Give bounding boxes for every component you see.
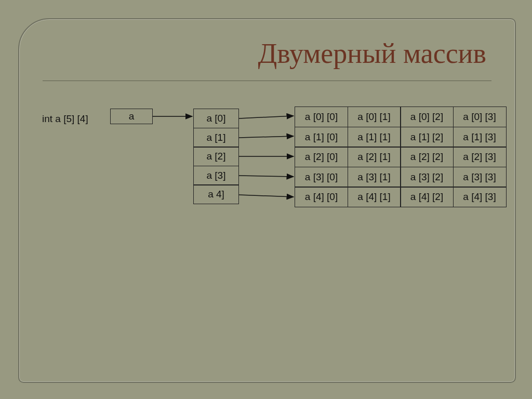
arrow-icon [239, 195, 294, 197]
grid-row: a [1] [0] a [1] [1] a [1] [2] a [1] [3] [295, 127, 506, 147]
title-underline [43, 81, 491, 81]
grid-cell: a [1] [1] [348, 127, 401, 148]
array-declaration: int a [5] [4] [42, 113, 88, 125]
pointer-cell: a [3] [193, 166, 239, 185]
pointer-cell: a [0] [193, 109, 239, 128]
slide-title: Двумерный массив [258, 37, 486, 70]
data-grid: a [0] [0] a [0] [1] a [0] [2] a [0] [3] … [295, 107, 506, 207]
arrow-icon [239, 176, 294, 177]
root-array-box: a [110, 109, 153, 124]
grid-cell: a [2] [0] [295, 147, 348, 167]
grid-cell: a [1] [2] [400, 127, 454, 148]
arrow-icon [239, 116, 294, 118]
slide-panel: Двумерный массив int a [5] [4] a a [0] a… [18, 18, 516, 383]
grid-cell: a [2] [2] [400, 147, 454, 167]
slide: Двумерный массив int a [5] [4] a a [0] a… [0, 0, 532, 399]
arrow-icon [239, 136, 294, 138]
grid-cell: a [3] [0] [295, 167, 348, 188]
grid-row: a [3] [0] a [3] [1] a [3] [2] a [3] [3] [295, 167, 506, 187]
grid-cell: a [4] [2] [400, 187, 454, 207]
grid-cell: a [4] [3] [453, 187, 507, 207]
grid-row: a [0] [0] a [0] [1] a [0] [2] a [0] [3] [295, 107, 506, 127]
grid-cell: a [0] [1] [348, 107, 401, 127]
pointer-cell: a [1] [193, 128, 239, 148]
pointer-cell: a [2] [193, 147, 239, 166]
grid-cell: a [3] [2] [400, 167, 454, 188]
grid-cell: a [2] [3] [453, 147, 507, 167]
grid-cell: a [0] [2] [400, 107, 454, 127]
pointer-column: a [0] a [1] a [2] a [3] a 4] [193, 109, 239, 204]
grid-row: a [4] [0] a [4] [1] a [4] [2] a [4] [3] [295, 187, 506, 207]
grid-row: a [2] [0] a [2] [1] a [2] [2] a [2] [3] [295, 147, 506, 167]
grid-cell: a [2] [1] [348, 147, 401, 167]
grid-cell: a [4] [0] [295, 187, 348, 207]
grid-cell: a [0] [0] [295, 107, 348, 127]
grid-cell: a [3] [1] [348, 167, 401, 188]
grid-cell: a [1] [0] [295, 127, 348, 148]
grid-cell: a [4] [1] [348, 187, 401, 207]
grid-cell: a [3] [3] [453, 167, 507, 188]
pointer-cell: a 4] [193, 184, 239, 204]
grid-cell: a [0] [3] [453, 107, 507, 127]
grid-cell: a [1] [3] [453, 127, 507, 148]
